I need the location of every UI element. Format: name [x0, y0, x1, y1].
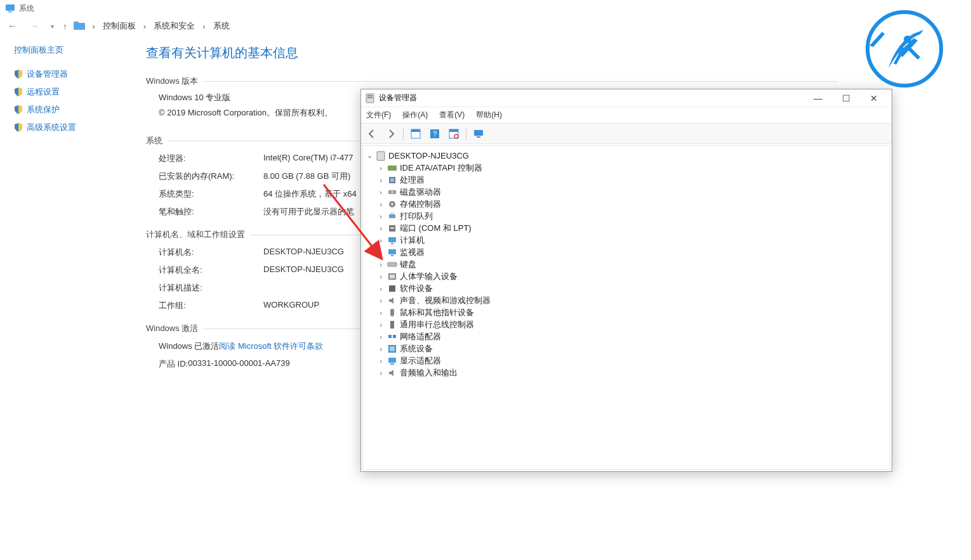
tree-node[interactable]: ›鼠标和其他指针设备 — [366, 306, 887, 318]
nav-row: ← → ▾ ↑ › 控制面板 › 系统和安全 › 系统 — [0, 16, 971, 36]
expand-icon[interactable]: › — [377, 164, 385, 172]
dm-titlebar[interactable]: 设备管理器 — ☐ ✕ — [361, 89, 892, 107]
expand-icon[interactable]: › — [377, 200, 385, 208]
sidebar-item-device-manager[interactable]: 设备管理器 — [14, 68, 140, 80]
tree-node[interactable]: ›软件设备 — [366, 282, 887, 294]
computer-icon — [376, 151, 386, 161]
tree-node[interactable]: ›显示适配器 — [366, 355, 887, 367]
speaker-icon — [387, 368, 397, 378]
menu-view[interactable]: 查看(V) — [439, 110, 465, 120]
row-key: 已安装的内存(RAM): — [159, 171, 263, 182]
tree-node[interactable]: ›人体学输入设备 — [366, 270, 887, 282]
toolbar-forward-icon[interactable] — [383, 126, 399, 141]
sidebar-item-remote[interactable]: 远程设置 — [14, 86, 140, 98]
row-value: 没有可用于此显示器的笔 — [263, 206, 354, 218]
dm-tree[interactable]: ⌄ DESKTOP-NJEU3CG ›IDE ATA/ATAPI 控制器›处理器… — [362, 145, 890, 470]
kbd-icon — [387, 259, 397, 270]
expand-icon[interactable]: › — [377, 333, 385, 341]
row-value: DESKTOP-NJEU3CG — [263, 264, 344, 276]
toolbar-back-icon[interactable] — [364, 126, 380, 141]
tree-node[interactable]: ›音频输入和输出 — [366, 367, 887, 379]
svg-rect-32 — [388, 263, 397, 266]
expand-icon[interactable]: › — [377, 249, 385, 256]
breadcrumb-sep-icon: › — [202, 22, 205, 31]
dm-menubar: 文件(F) 操作(A) 查看(V) 帮助(H) — [361, 107, 892, 124]
expand-icon[interactable]: › — [377, 237, 385, 244]
breadcrumb-item[interactable]: 控制面板 — [103, 20, 136, 32]
menu-help[interactable]: 帮助(H) — [476, 110, 502, 120]
toolbar-monitor-icon[interactable] — [470, 126, 487, 141]
menu-action[interactable]: 操作(A) — [402, 110, 428, 120]
activation-status: Windows 已激活 — [159, 341, 219, 352]
expand-icon[interactable]: › — [377, 321, 385, 329]
disk-icon — [387, 187, 397, 197]
tree-node[interactable]: ›监视器 — [366, 246, 887, 258]
tree-node[interactable]: ›系统设备 — [366, 342, 887, 355]
expand-icon[interactable]: › — [377, 225, 385, 232]
nav-recent-icon[interactable]: ▾ — [48, 23, 56, 30]
maximize-button[interactable]: ☐ — [832, 90, 860, 107]
svg-rect-42 — [390, 363, 394, 365]
display-icon — [387, 356, 397, 366]
expand-icon[interactable]: › — [377, 188, 385, 196]
tree-node[interactable]: ›通用串行总线控制器 — [366, 318, 887, 330]
sidebar-item-advanced[interactable]: 高级系统设置 — [14, 122, 140, 133]
close-button[interactable]: ✕ — [860, 90, 888, 107]
sidebar-item-label: 设备管理器 — [27, 68, 68, 80]
svg-rect-35 — [389, 285, 395, 292]
tree-node[interactable]: ›存储控制器 — [366, 198, 887, 210]
tree-node[interactable]: ›网络适配器 — [366, 330, 887, 342]
svg-rect-1 — [8, 11, 12, 13]
expand-icon[interactable]: › — [377, 369, 385, 377]
expand-icon[interactable]: › — [377, 261, 385, 268]
tree-node[interactable]: ›IDE ATA/ATAPI 控制器 — [366, 162, 887, 174]
monitor-icon — [387, 235, 397, 245]
tree-node[interactable]: ›键盘 — [366, 258, 887, 270]
expand-icon[interactable]: › — [377, 297, 385, 304]
expand-icon[interactable]: › — [377, 309, 385, 316]
soft-icon — [387, 283, 397, 294]
breadcrumb-item[interactable]: 系统和安全 — [154, 20, 195, 32]
sidebar-home-link[interactable]: 控制面板主页 — [14, 44, 140, 56]
activation-license-link[interactable]: 阅读 Microsoft 软件许可条款 — [219, 341, 323, 352]
net-icon — [387, 332, 397, 342]
breadcrumb-item[interactable]: 系统 — [213, 20, 230, 32]
expand-icon[interactable]: › — [377, 285, 385, 292]
svg-rect-16 — [377, 152, 385, 160]
toolbar-properties-icon[interactable] — [407, 126, 424, 141]
shield-icon — [14, 105, 23, 114]
tree-node[interactable]: ›端口 (COM 和 LPT) — [366, 222, 887, 234]
nav-back-icon[interactable]: ← — [5, 20, 20, 32]
tree-node[interactable]: ›磁盘驱动器 — [366, 186, 887, 198]
tree-root[interactable]: ⌄ DESKTOP-NJEU3CG — [366, 150, 887, 162]
tree-node[interactable]: ›打印队列 — [366, 210, 887, 222]
sidebar-item-protection[interactable]: 系统保护 — [14, 104, 140, 115]
nav-forward-icon[interactable]: → — [27, 20, 42, 32]
tree-node-label: 显示适配器 — [400, 355, 441, 367]
gear-icon — [387, 199, 397, 209]
expand-icon[interactable]: › — [377, 273, 385, 280]
tree-node-label: 软件设备 — [400, 283, 433, 294]
ide-icon — [387, 163, 397, 173]
expand-icon[interactable]: › — [377, 176, 385, 184]
dm-toolbar: ? — [361, 124, 892, 144]
svg-rect-17 — [388, 166, 397, 171]
hid-icon — [387, 271, 397, 282]
expand-icon[interactable]: › — [377, 345, 385, 353]
tree-node[interactable]: ›处理器 — [366, 174, 887, 186]
collapse-icon[interactable]: ⌄ — [366, 152, 373, 160]
sidebar-item-label: 高级系统设置 — [27, 122, 76, 133]
nav-up-icon[interactable]: ↑ — [63, 22, 67, 31]
expand-icon[interactable]: › — [377, 212, 385, 220]
shield-icon — [14, 123, 23, 132]
tree-node-label: 监视器 — [400, 247, 425, 258]
toolbar-scan-icon[interactable] — [446, 126, 462, 141]
toolbar-help-icon[interactable]: ? — [426, 126, 443, 141]
svg-rect-12 — [449, 129, 458, 132]
minimize-button[interactable]: — — [804, 90, 832, 107]
tree-node[interactable]: ›声音、视频和游戏控制器 — [366, 294, 887, 306]
tree-node[interactable]: ›计算机 — [366, 234, 887, 246]
menu-file[interactable]: 文件(F) — [366, 110, 391, 120]
svg-rect-29 — [391, 243, 393, 244]
expand-icon[interactable]: › — [377, 357, 385, 365]
